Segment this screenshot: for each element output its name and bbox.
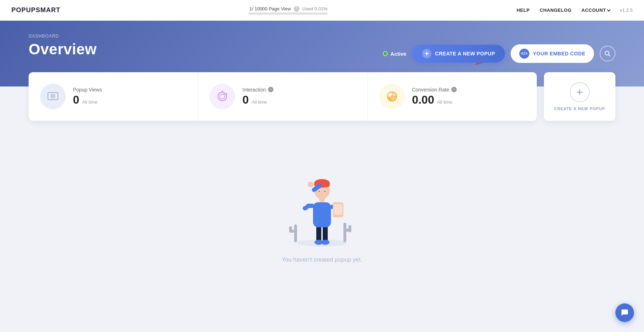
page-view-label: 1/ 10000 Page View: [249, 6, 291, 11]
svg-rect-16: [294, 224, 297, 242]
svg-rect-19: [343, 223, 346, 242]
conversion-value-row: 0.00 All time: [412, 93, 457, 106]
hero-actions: Active + CREATE A NEW POPUP </> YOUR EMB…: [383, 44, 615, 63]
svg-line-3: [609, 55, 610, 56]
popup-views-value: 0: [73, 93, 79, 106]
svg-rect-21: [348, 225, 351, 232]
active-dot-icon: [383, 51, 388, 56]
logo: POPUPSMART: [11, 6, 60, 14]
create-plus-icon: +: [422, 49, 431, 58]
empty-state: You haven't created popup yet.: [0, 121, 644, 277]
interaction-label: Interaction ?: [242, 87, 273, 93]
svg-point-7: [218, 92, 227, 101]
account-label: ACCOUNT: [581, 8, 606, 13]
conversion-label: Conversion Rate ?: [412, 87, 457, 93]
conversion-help-icon[interactable]: ?: [451, 87, 457, 92]
svg-point-38: [319, 190, 320, 192]
create-popup-button[interactable]: + CREATE A NEW POPUP: [412, 45, 505, 63]
empty-state-text: You haven't created popup yet.: [282, 257, 362, 263]
conversion-value: 0.00: [412, 93, 434, 106]
interaction-value-row: 0 All time: [242, 93, 273, 106]
popup-views-value-row: 0 All time: [73, 93, 102, 106]
svg-point-25: [321, 240, 330, 245]
svg-rect-22: [316, 225, 321, 242]
conversion-icon-wrap: [379, 84, 405, 109]
stats-card: Popup Views 0 All time: [29, 72, 537, 121]
interaction-period: All time: [252, 99, 267, 105]
create-card-label: CREATE A NEW POPUP: [554, 106, 605, 111]
interaction-help-icon[interactable]: ?: [268, 87, 273, 92]
active-label: Active: [390, 51, 406, 57]
page-view-info: 1/ 10000 Page View ? Used 0.01%: [249, 6, 328, 12]
empty-illustration: [276, 142, 368, 249]
svg-point-41: [308, 182, 313, 187]
popup-views-icon-wrap: [40, 84, 66, 109]
used-label: Used 0.01%: [302, 6, 328, 11]
svg-rect-31: [334, 204, 342, 215]
create-plus-button[interactable]: +: [570, 82, 590, 102]
stat-interaction: Interaction ? 0 All time: [198, 72, 367, 121]
popup-views-period: All time: [82, 99, 98, 105]
main-content: Popup Views 0 All time: [29, 72, 615, 121]
active-status: Active: [383, 51, 406, 57]
page-view-help-icon[interactable]: ?: [294, 6, 299, 12]
breadcrumb: DASHBOARD: [29, 34, 615, 39]
popup-views-info: Popup Views 0 All time: [73, 87, 102, 106]
svg-rect-26: [313, 202, 331, 227]
help-link[interactable]: HELP: [516, 8, 530, 13]
svg-point-6: [52, 95, 54, 97]
popup-views-label: Popup Views: [73, 87, 102, 93]
interaction-info: Interaction ? 0 All time: [242, 87, 273, 106]
stat-popup-views: Popup Views 0 All time: [29, 72, 198, 121]
svg-rect-18: [289, 226, 292, 233]
svg-point-39: [325, 190, 326, 192]
account-chevron-icon: [607, 8, 610, 11]
changelog-link[interactable]: CHANGELOG: [540, 8, 571, 13]
search-button[interactable]: [600, 46, 615, 61]
version-label: v1.2.5: [620, 8, 633, 13]
page-view-section: 1/ 10000 Page View ? Used 0.01%: [60, 6, 516, 15]
svg-point-11: [224, 94, 225, 95]
embed-code-label: YOUR EMBED CODE: [533, 51, 585, 56]
svg-rect-23: [323, 225, 328, 242]
conversion-info: Conversion Rate ? 0.00 All time: [412, 87, 457, 106]
create-new-popup-card[interactable]: + CREATE A NEW POPUP: [544, 72, 615, 121]
interaction-icon-wrap: [209, 84, 235, 109]
code-brackets-icon: </>: [519, 49, 529, 59]
conversion-period: All time: [437, 99, 452, 105]
topnav-right: HELP CHANGELOG ACCOUNT v1.2.5: [516, 8, 633, 13]
create-popup-label: CREATE A NEW POPUP: [435, 51, 495, 56]
stat-conversion: Conversion Rate ? 0.00 All time: [368, 72, 537, 121]
embed-code-button[interactable]: </> YOUR EMBED CODE: [511, 44, 594, 63]
interaction-value: 0: [242, 93, 249, 106]
chat-button[interactable]: [615, 303, 634, 322]
progress-bar-wrap: [249, 13, 328, 15]
svg-point-8: [220, 94, 225, 99]
top-navigation: POPUPSMART 1/ 10000 Page View ? Used 0.0…: [0, 0, 644, 21]
account-menu[interactable]: ACCOUNT: [581, 8, 610, 13]
